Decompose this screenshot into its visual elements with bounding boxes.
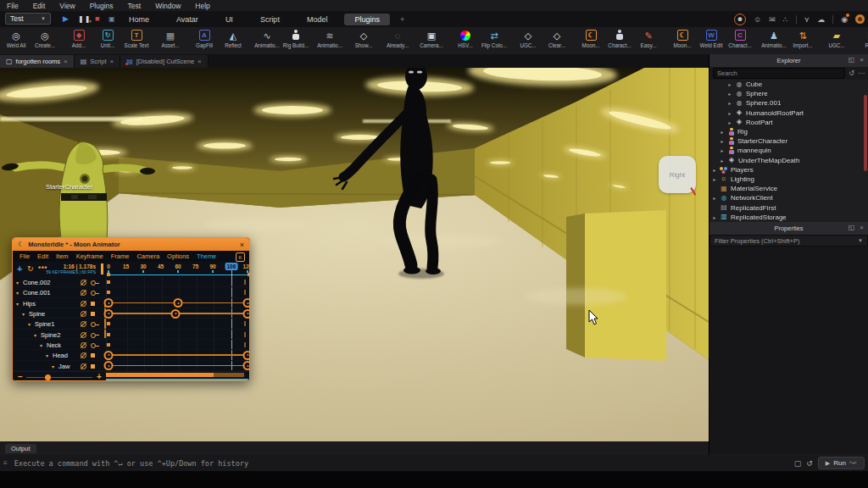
- key-icon[interactable]: [91, 280, 96, 286]
- track-expand-icon[interactable]: ▾: [52, 363, 54, 369]
- view-selector-gizmo[interactable]: Right: [659, 156, 696, 193]
- keyframe-ring[interactable]: [243, 361, 251, 370]
- menubar-item-file[interactable]: File: [7, 2, 19, 10]
- toolbar-button-camera[interactable]: ▣Camera...: [417, 27, 446, 54]
- zoom-out-icon[interactable]: −: [18, 372, 23, 381]
- key-icon[interactable]: [91, 353, 95, 358]
- key-icon[interactable]: [91, 364, 95, 369]
- range-handle-right[interactable]: [248, 273, 250, 276]
- moon-animator-titlebar[interactable]: ☾ MonsterIdle * - Moon Animator ×: [13, 238, 249, 251]
- keyframe-ring[interactable]: [104, 298, 114, 308]
- zoom-in-icon[interactable]: +: [97, 372, 102, 381]
- mute-icon[interactable]: [81, 301, 86, 307]
- test-mode-dropdown[interactable]: Test ▼: [5, 13, 51, 25]
- toolbar-button-already[interactable]: ◌Already...: [383, 27, 412, 54]
- doc-tab-forgotten-rooms[interactable]: ▢forgotten rooms×: [0, 55, 75, 68]
- menubar-item-test[interactable]: Test: [128, 2, 142, 10]
- key-icon[interactable]: [91, 302, 95, 306]
- command-input[interactable]: [13, 457, 789, 469]
- toolbar-button-add[interactable]: ◆Add...: [64, 27, 93, 54]
- expand-arrow-icon[interactable]: ▸: [720, 138, 725, 144]
- timeline-scrollbar-orange[interactable]: [106, 373, 244, 377]
- toolbar-button-weld-all[interactable]: ◎Weld All: [2, 27, 31, 54]
- keyframe-ring[interactable]: [243, 309, 251, 319]
- explorer-item-sphere-001[interactable]: ▸◍Sphere.001: [709, 98, 868, 108]
- explorer-item-mannequin[interactable]: ▸mannequin: [709, 146, 868, 155]
- moon-menu-edit[interactable]: Edit: [37, 252, 48, 260]
- explorer-search-input[interactable]: [713, 68, 845, 79]
- toolbar-button-import[interactable]: ⇅Import...: [788, 27, 817, 54]
- ribbon-tab-avatar[interactable]: Avatar: [166, 14, 209, 25]
- menubar-item-help[interactable]: Help: [195, 2, 209, 10]
- account-avatar-icon[interactable]: ☻: [855, 14, 865, 24]
- track-row-spine1[interactable]: ▾Spine1: [13, 319, 249, 329]
- close-icon[interactable]: ×: [198, 58, 202, 65]
- play-icon[interactable]: ▶: [63, 14, 69, 24]
- team-test-icon[interactable]: ▣: [108, 14, 115, 25]
- close-icon[interactable]: ×: [860, 224, 864, 232]
- toolbar-button-easy[interactable]: ✎Easy...: [634, 27, 663, 54]
- track-expand-icon[interactable]: ▾: [22, 311, 25, 317]
- toolbar-button-flip-colo[interactable]: ⇄Flip Colo...: [480, 27, 509, 54]
- range-bar[interactable]: [108, 274, 248, 276]
- output-tab[interactable]: Output: [5, 444, 36, 453]
- doc-tab-disabled-cutscene[interactable]: ▤[Disabled] CutScene×: [120, 55, 209, 68]
- explorer-item-replicatedstorage[interactable]: ▸▥ReplicatedStorage: [709, 213, 868, 222]
- ribbon-tab-plugins[interactable]: Plugins: [344, 14, 390, 25]
- explorer-item-sphere[interactable]: ▸◍Sphere: [709, 89, 868, 98]
- expand-arrow-icon[interactable]: ▸: [712, 195, 717, 201]
- moon-menu-theme[interactable]: Theme: [197, 252, 216, 260]
- keyframe-dash[interactable]: [244, 290, 246, 295]
- popout-icon[interactable]: ◱: [849, 224, 855, 232]
- expand-arrow-icon[interactable]: ▸: [727, 119, 732, 125]
- explorer-item-startercharacter[interactable]: ▸StarterCharacter: [709, 136, 868, 146]
- track-expand-icon[interactable]: ▾: [16, 301, 19, 307]
- expand-arrow-icon[interactable]: ▸: [712, 167, 717, 173]
- key-icon[interactable]: [91, 312, 95, 316]
- ribbon-tab-add[interactable]: +: [397, 14, 408, 25]
- mute-icon[interactable]: [81, 363, 86, 369]
- menubar-item-view[interactable]: View: [59, 2, 75, 10]
- expand-arrow-icon[interactable]: ▸: [727, 81, 732, 87]
- keyframe-dash[interactable]: [244, 280, 246, 285]
- keyframe-ring[interactable]: [104, 351, 114, 360]
- keyframe-dash[interactable]: [244, 332, 246, 337]
- collaborator-avatar-icon[interactable]: ☻: [734, 14, 746, 25]
- toolbar-button-weld-edit[interactable]: WWeld Edit: [697, 27, 726, 54]
- close-icon[interactable]: ×: [110, 58, 114, 65]
- close-icon[interactable]: ×: [64, 58, 68, 65]
- toolbar-button-charact[interactable]: CCharact...: [726, 27, 754, 54]
- toolbar-button-clear[interactable]: ◇Clear...: [542, 27, 571, 54]
- keyframe-ring[interactable]: [104, 361, 114, 370]
- keyframe-tick[interactable]: [107, 333, 110, 336]
- range-handle-left[interactable]: [107, 273, 110, 276]
- key-icon[interactable]: [91, 291, 96, 296]
- explorer-item-rootpart[interactable]: ▸◈RootPart: [709, 118, 868, 127]
- keyframe-dash[interactable]: [244, 321, 246, 326]
- moon-animator-window[interactable]: ☾ MonsterIdle * - Moon Animator × FileEd…: [12, 237, 250, 381]
- cloud-sync-icon[interactable]: ☁: [817, 15, 825, 24]
- explorer-item-cube[interactable]: ▸◍Cube: [709, 80, 868, 89]
- explorer-scrollbar[interactable]: [864, 95, 867, 171]
- track-expand-icon[interactable]: ▾: [28, 321, 31, 327]
- keyframe-ring[interactable]: [174, 298, 183, 308]
- toolbar-button-ugc[interactable]: ◇UGC...: [514, 27, 542, 54]
- more-icon[interactable]: ⋯: [858, 69, 865, 77]
- ribbon-tab-model[interactable]: Model: [297, 14, 338, 25]
- moon-menu-camera[interactable]: Camera: [136, 252, 159, 260]
- toolbar-button-hsv[interactable]: HSV...: [451, 27, 480, 54]
- moon-menu-keyframe[interactable]: Keyframe: [76, 252, 103, 260]
- track-expand-icon[interactable]: ▾: [40, 342, 42, 348]
- explorer-item-networkclient[interactable]: ▸◍NetworkClient: [709, 193, 868, 202]
- mute-icon[interactable]: [81, 290, 86, 296]
- explorer-item-humanoidrootpart[interactable]: ▸◈HumanoidRootPart: [709, 108, 868, 118]
- track-expand-icon[interactable]: ▾: [16, 290, 19, 296]
- toolbar-button-moon[interactable]: ☾Moon...: [668, 27, 697, 54]
- ribbon-tab-ui[interactable]: UI: [215, 14, 243, 25]
- stop-icon[interactable]: ■: [95, 14, 99, 24]
- keyframe-tick[interactable]: [107, 291, 110, 294]
- ribbon-tab-home[interactable]: Home: [119, 14, 159, 25]
- run-button[interactable]: ▶ Run ^↵: [818, 457, 865, 469]
- key-icon[interactable]: [91, 322, 96, 327]
- toolbar-button-asset[interactable]: ▦Asset...: [156, 27, 185, 54]
